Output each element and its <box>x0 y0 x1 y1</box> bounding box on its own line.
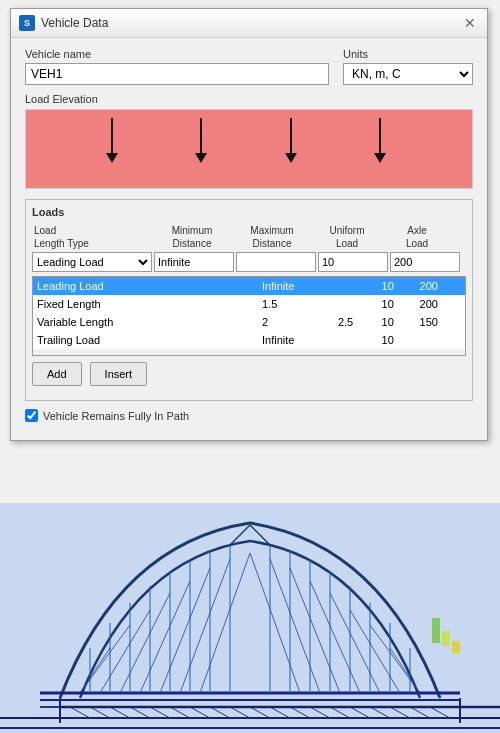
close-button[interactable]: ✕ <box>461 14 479 32</box>
cell-max <box>334 277 378 295</box>
load-type-select[interactable]: Leading Load Fixed Length Variable Lengt… <box>32 252 152 272</box>
units-label: Units <box>343 48 473 60</box>
button-row: Add Insert <box>32 362 466 386</box>
load-elevation-box <box>25 109 473 189</box>
table-row[interactable]: Leading Load Infinite 10 200 <box>33 277 465 295</box>
table-headers: LoadLength Type MinimumDistance MaximumD… <box>32 224 466 250</box>
table-row[interactable]: Variable Length 2 2.5 10 150 <box>33 313 465 331</box>
cell-axle: 200 <box>416 277 465 295</box>
edit-row: Leading Load Fixed Length Variable Lengt… <box>32 252 466 272</box>
bridge-svg <box>0 503 500 733</box>
cell-axle: 150 <box>416 313 465 331</box>
arrow-head-2 <box>195 153 207 163</box>
axle-load-input[interactable] <box>390 252 460 272</box>
arrow-head-4 <box>374 153 386 163</box>
checkbox-row: Vehicle Remains Fully In Path <box>25 409 473 422</box>
header-min-dist: MinimumDistance <box>152 224 232 250</box>
table-body: Leading Load Infinite 10 200 Fixed Lengt… <box>33 277 465 349</box>
insert-button[interactable]: Insert <box>90 362 148 386</box>
cell-type: Trailing Load <box>33 331 258 349</box>
arrow-shaft-1 <box>111 118 113 153</box>
top-fields-row: Vehicle name Units KN, m, C KN, mm, C N,… <box>25 48 473 85</box>
app-icon: S <box>19 15 35 31</box>
svg-rect-62 <box>432 618 440 643</box>
arrow-shaft-3 <box>290 118 292 153</box>
table-row[interactable]: Fixed Length 1.5 10 200 <box>33 295 465 313</box>
cell-type: Leading Load <box>33 277 258 295</box>
cell-max <box>334 295 378 313</box>
arrow-head-1 <box>106 153 118 163</box>
cell-min: Infinite <box>258 331 334 349</box>
window-title: Vehicle Data <box>41 16 108 30</box>
add-button[interactable]: Add <box>32 362 82 386</box>
loads-title: Loads <box>32 206 466 218</box>
vehicle-name-label: Vehicle name <box>25 48 329 60</box>
header-axle-load: AxleLoad <box>382 224 452 250</box>
cell-max <box>334 331 378 349</box>
cell-type: Variable Length <box>33 313 258 331</box>
arrow-head-3 <box>285 153 297 163</box>
header-load-length-type: LoadLength Type <box>32 224 152 250</box>
arrow-4 <box>374 118 386 163</box>
cell-type: Fixed Length <box>33 295 258 313</box>
cell-axle: 200 <box>416 295 465 313</box>
uniform-load-input[interactable] <box>318 252 388 272</box>
cell-min: 2 <box>258 313 334 331</box>
cell-min: 1.5 <box>258 295 334 313</box>
bridge-image-container <box>0 503 500 733</box>
table-row[interactable]: Trailing Load Infinite 10 <box>33 331 465 349</box>
units-group: Units KN, m, C KN, mm, C N, m, C <box>343 48 473 85</box>
svg-rect-0 <box>0 503 500 733</box>
cell-uniform: 10 <box>378 313 416 331</box>
header-max-dist: MaximumDistance <box>232 224 312 250</box>
title-bar-left: S Vehicle Data <box>19 15 108 31</box>
arrow-shaft-4 <box>379 118 381 153</box>
cell-max: 2.5 <box>334 313 378 331</box>
header-uniform-load: UniformLoad <box>312 224 382 250</box>
vehicle-name-group: Vehicle name <box>25 48 329 85</box>
load-elevation-label: Load Elevation <box>25 93 473 105</box>
loads-table: Leading Load Infinite 10 200 Fixed Lengt… <box>33 277 465 349</box>
cell-axle <box>416 331 465 349</box>
cell-uniform: 10 <box>378 295 416 313</box>
cell-min: Infinite <box>258 277 334 295</box>
cell-uniform: 10 <box>378 277 416 295</box>
data-table-wrapper: Leading Load Infinite 10 200 Fixed Lengt… <box>32 276 466 356</box>
svg-rect-63 <box>442 631 450 646</box>
arrow-1 <box>106 118 118 163</box>
vehicle-name-input[interactable] <box>25 63 329 85</box>
vehicle-data-window: S Vehicle Data ✕ Vehicle name Units KN, … <box>10 8 488 441</box>
cell-uniform: 10 <box>378 331 416 349</box>
arrow-shaft-2 <box>200 118 202 153</box>
arrow-3 <box>285 118 297 163</box>
loads-section: Loads LoadLength Type MinimumDistance Ma… <box>25 199 473 401</box>
window-body: Vehicle name Units KN, m, C KN, mm, C N,… <box>11 38 487 440</box>
min-dist-input[interactable] <box>154 252 234 272</box>
arrow-2 <box>195 118 207 163</box>
vehicle-checkbox[interactable] <box>25 409 38 422</box>
max-dist-input[interactable] <box>236 252 316 272</box>
svg-rect-64 <box>452 641 460 653</box>
units-select[interactable]: KN, m, C KN, mm, C N, m, C <box>343 63 473 85</box>
vehicle-checkbox-label: Vehicle Remains Fully In Path <box>43 410 189 422</box>
title-bar: S Vehicle Data ✕ <box>11 9 487 38</box>
